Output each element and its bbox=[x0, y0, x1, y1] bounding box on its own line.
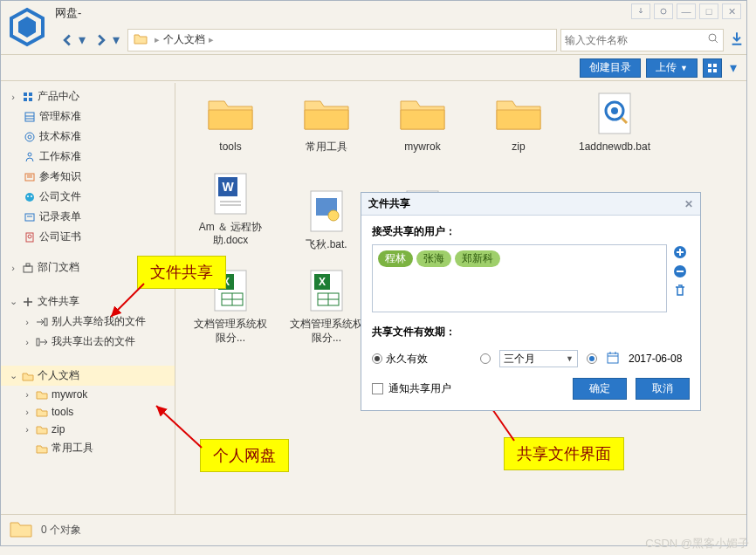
dialog-close-button[interactable]: ✕ bbox=[684, 198, 693, 210]
file-item[interactable]: tools bbox=[193, 92, 268, 154]
svg-rect-10 bbox=[29, 92, 32, 96]
close-button[interactable]: ✕ bbox=[722, 3, 741, 19]
search-input[interactable] bbox=[565, 34, 707, 46]
user-tag[interactable]: 张海 bbox=[416, 250, 451, 267]
nav-forward-button[interactable] bbox=[93, 31, 111, 49]
svg-rect-31 bbox=[45, 319, 47, 325]
notify-checkbox[interactable] bbox=[372, 383, 383, 394]
svg-point-18 bbox=[28, 153, 31, 156]
validity-label: 共享文件有效期： bbox=[372, 325, 690, 339]
titlebar: 网盘- — □ ✕ bbox=[1, 1, 746, 25]
svg-rect-6 bbox=[713, 64, 717, 67]
cancel-button[interactable]: 取消 bbox=[636, 378, 690, 400]
tree-item[interactable]: 技术标准 bbox=[1, 127, 175, 147]
tree-item[interactable]: ›我共享出去的文件 bbox=[1, 332, 175, 352]
minimize-button[interactable]: — bbox=[677, 3, 696, 19]
folder-icon bbox=[134, 32, 148, 48]
toolbar: ▾ ▾ ▸ 个人文档 ▸ bbox=[1, 25, 746, 55]
crumb-item[interactable]: 个人文档 bbox=[163, 32, 205, 47]
breadcrumb[interactable]: ▸ 个人文档 ▸ bbox=[127, 29, 557, 51]
svg-text:X: X bbox=[319, 276, 326, 288]
tree-item[interactable]: 参考知识 bbox=[1, 167, 175, 187]
view-dropdown-button[interactable]: ▾ bbox=[727, 58, 739, 78]
svg-point-16 bbox=[25, 133, 34, 141]
file-item[interactable]: WAm ＆ 远程协助.docx bbox=[193, 172, 268, 252]
user-tag[interactable]: 郑新科 bbox=[455, 250, 500, 267]
svg-rect-30 bbox=[26, 264, 30, 266]
file-item[interactable]: 常用工具 bbox=[289, 92, 364, 154]
tree-product-center[interactable]: ›产品中心 bbox=[1, 86, 175, 106]
svg-rect-13 bbox=[25, 113, 34, 121]
radio-duration[interactable] bbox=[480, 353, 491, 364]
nav-back-button[interactable] bbox=[58, 31, 76, 49]
svg-rect-7 bbox=[708, 69, 711, 72]
tree-item[interactable]: 公司证书 bbox=[1, 227, 175, 247]
svg-point-24 bbox=[31, 195, 32, 197]
forward-dropdown[interactable]: ▾ bbox=[112, 31, 120, 49]
share-users-box[interactable]: 程林 张海 郑新科 bbox=[372, 244, 667, 312]
ok-button[interactable]: 确定 bbox=[573, 378, 627, 400]
user-tag[interactable]: 程林 bbox=[378, 250, 413, 267]
search-icon[interactable] bbox=[707, 32, 719, 48]
radio-date[interactable] bbox=[587, 353, 597, 364]
svg-point-17 bbox=[28, 135, 31, 139]
file-item[interactable]: zip bbox=[481, 92, 556, 154]
tree-item[interactable]: 记录表单 bbox=[1, 207, 175, 227]
svg-rect-9 bbox=[24, 92, 27, 96]
upload-button[interactable]: 上传▼ bbox=[646, 58, 698, 78]
arrow-annotation bbox=[102, 278, 149, 325]
tree-personal-docs[interactable]: ⌄个人文档 bbox=[1, 366, 175, 386]
create-folder-button[interactable]: 创建目录 bbox=[580, 58, 641, 78]
duration-select[interactable]: 三个月▼ bbox=[499, 350, 578, 367]
file-item[interactable]: X文档管理系统权限分... bbox=[289, 269, 364, 345]
remove-user-button[interactable] bbox=[672, 264, 688, 279]
svg-rect-12 bbox=[29, 98, 32, 101]
dialog-titlebar: 文件共享 ✕ bbox=[361, 193, 700, 216]
callout-file-share: 文件共享 bbox=[137, 256, 226, 289]
svg-rect-32 bbox=[37, 339, 39, 346]
config-button[interactable] bbox=[654, 3, 673, 19]
crumb-sep: ▸ bbox=[155, 34, 160, 45]
statusbar: 0 个对象 bbox=[1, 514, 746, 545]
date-value: 2017-06-08 bbox=[629, 353, 682, 365]
view-grid-button[interactable] bbox=[703, 58, 722, 78]
svg-rect-29 bbox=[24, 266, 32, 272]
notify-label: 通知共享用户 bbox=[388, 381, 451, 396]
dialog-title: 文件共享 bbox=[368, 196, 410, 211]
radio-forever[interactable]: 永久有效 bbox=[372, 352, 428, 367]
crumb-sep: ▸ bbox=[209, 34, 214, 45]
tree-item[interactable]: 管理标准 bbox=[1, 106, 175, 127]
tree-item[interactable]: 工作标准 bbox=[1, 147, 175, 167]
svg-point-23 bbox=[27, 195, 29, 197]
history-dropdown[interactable]: ▾ bbox=[78, 31, 86, 49]
arrow-annotation bbox=[149, 399, 210, 451]
svg-rect-25 bbox=[25, 214, 34, 221]
action-toolbar: 创建目录 上传▼ ▾ bbox=[1, 55, 746, 81]
share-dialog: 文件共享 ✕ 接受共享的用户： 程林 张海 郑新科 共享文件有效期： 永久有效 bbox=[361, 192, 701, 411]
svg-point-22 bbox=[25, 193, 34, 202]
svg-point-35 bbox=[611, 107, 618, 114]
file-item[interactable]: 飞秋.bat. bbox=[289, 189, 364, 252]
svg-point-43 bbox=[328, 210, 339, 221]
calendar-icon[interactable] bbox=[606, 351, 620, 367]
search-box[interactable] bbox=[560, 29, 724, 51]
svg-text:W: W bbox=[222, 180, 234, 194]
folder-icon bbox=[10, 519, 32, 541]
app-window: 网盘- — □ ✕ ▾ ▾ ▸ 个人文档 ▸ 创建目录 上传▼ ▾ bbox=[0, 0, 747, 546]
tree-item[interactable]: 公司文件 bbox=[1, 187, 175, 207]
svg-point-28 bbox=[28, 235, 31, 238]
svg-rect-5 bbox=[708, 64, 711, 67]
svg-line-4 bbox=[715, 40, 718, 43]
maximize-button[interactable]: □ bbox=[699, 3, 718, 19]
app-title: 网盘- bbox=[55, 5, 81, 21]
pin-button[interactable] bbox=[631, 3, 650, 19]
watermark: CSDN @黑客小媚子 bbox=[645, 536, 749, 552]
svg-rect-11 bbox=[24, 98, 27, 101]
file-item[interactable]: mywrok bbox=[385, 92, 460, 154]
add-user-button[interactable] bbox=[672, 244, 688, 260]
download-button[interactable] bbox=[727, 31, 746, 49]
svg-rect-63 bbox=[608, 353, 618, 363]
callout-personal-disk: 个人网盘 bbox=[200, 439, 289, 472]
file-item[interactable]: 1addnewdb.bat bbox=[577, 92, 652, 154]
delete-button[interactable] bbox=[672, 283, 688, 298]
